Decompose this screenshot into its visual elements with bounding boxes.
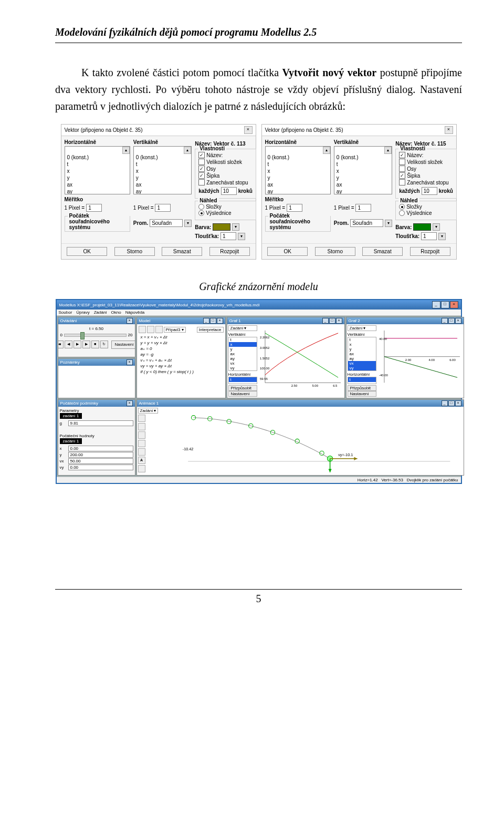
minimize-icon[interactable]: _	[203, 318, 209, 324]
vert-listbox[interactable]: ▴ 0 (konst.) t x y ax ay vx vy	[334, 146, 392, 194]
prom-input-v[interactable]: Souřadn	[150, 219, 183, 227]
rozpojit-button[interactable]: Rozpojit	[209, 247, 250, 256]
minimize-icon[interactable]: _	[442, 318, 448, 324]
scroll-up-icon[interactable]: ▴	[323, 147, 330, 154]
particle-icon[interactable]	[138, 423, 145, 430]
step-back-icon[interactable]: ◀	[65, 341, 72, 348]
opt-y[interactable]: y	[134, 174, 191, 181]
dropdown-icon[interactable]: ▾	[232, 223, 239, 231]
check-nazev[interactable]: ✓	[198, 152, 205, 158]
smazat-button[interactable]: Smazat	[362, 247, 403, 256]
loop-icon[interactable]: ↻	[100, 341, 108, 348]
pixel-input-v[interactable]: 1	[155, 204, 171, 212]
poznamky-body[interactable]	[58, 366, 135, 398]
check-velikosti[interactable]	[198, 159, 205, 165]
radio-vyslednice[interactable]	[399, 210, 405, 216]
nastaveni-button[interactable]: Nastavení	[348, 391, 376, 397]
close-icon[interactable]: ×	[445, 126, 453, 134]
maximize-icon[interactable]: □	[329, 318, 335, 324]
dropdown-icon[interactable]: ▾	[385, 220, 392, 227]
close-icon[interactable]: ×	[450, 301, 458, 308]
color-swatch[interactable]	[213, 223, 230, 231]
kazdych-input[interactable]: 10	[422, 187, 437, 195]
dropdown-icon[interactable]: ▾	[184, 220, 192, 227]
smazat-button[interactable]: Smazat	[162, 247, 202, 256]
zadani-dropdown[interactable]: Zadání▾	[348, 325, 376, 331]
check-zanechavat[interactable]	[399, 179, 405, 185]
stop-icon[interactable]: ■	[91, 341, 99, 348]
opt-0konst[interactable]: 0 (konst.)	[266, 154, 330, 161]
menu-napoveda[interactable]: Nápověda	[125, 310, 144, 315]
opt-ay[interactable]: ay	[134, 188, 191, 194]
app-menubar[interactable]: Soubor Úpravy Zadání Okno Nápověda	[57, 310, 461, 316]
save-icon[interactable]	[155, 326, 163, 333]
pointer-icon[interactable]	[138, 415, 145, 422]
scroll-up-icon[interactable]: ▴	[122, 147, 130, 154]
opt-t[interactable]: t	[334, 161, 392, 168]
pixel-input-v[interactable]: 1	[355, 204, 371, 212]
ruler-icon[interactable]	[138, 448, 145, 456]
storno-button[interactable]: Storno	[315, 247, 355, 256]
radio-vyslednice[interactable]	[198, 210, 204, 216]
menu-zadani[interactable]: Zadání	[94, 310, 107, 315]
close-icon[interactable]: ×	[336, 318, 342, 324]
dropdown-icon[interactable]: ▾	[238, 233, 245, 240]
time-slider[interactable]	[64, 334, 127, 337]
check-osy[interactable]: ✓	[198, 166, 205, 172]
opt-t[interactable]: t	[65, 161, 130, 168]
close-icon[interactable]: ×	[244, 126, 253, 134]
opt-x[interactable]: x	[65, 168, 130, 174]
close-icon[interactable]: ×	[127, 400, 133, 406]
check-velikosti[interactable]	[399, 159, 405, 165]
ok-button[interactable]: OK	[67, 247, 107, 256]
nastaveni-button[interactable]: Nastavení	[228, 391, 257, 397]
prizpusobit-button[interactable]: Přizpůsobit	[348, 385, 376, 391]
vx-input[interactable]: 50.00	[68, 458, 133, 464]
close-icon[interactable]: ×	[455, 400, 461, 406]
opt-ax[interactable]: ax	[334, 181, 392, 188]
opt-0konst[interactable]: 0 (konst.)	[134, 154, 191, 161]
minimize-icon[interactable]: _	[432, 301, 440, 308]
opt-x[interactable]: x	[134, 168, 191, 174]
rewind-icon[interactable]: ⏮	[58, 341, 64, 348]
horiz-listbox[interactable]: ▴ 0 (konst.) t x y ax ay vx vy	[265, 146, 331, 194]
opt-0konst[interactable]: 0 (konst.)	[65, 154, 130, 161]
rozpojit-button[interactable]: Rozpojit	[410, 247, 450, 256]
zadani-tab2[interactable]: zadání 1	[60, 438, 82, 444]
close-icon[interactable]: ×	[455, 318, 461, 324]
nastaveni-button[interactable]: Nastavení	[111, 341, 135, 349]
pixel-input-h[interactable]: 1	[287, 204, 302, 212]
step-fwd-icon[interactable]: ▶	[82, 341, 90, 348]
tloustka-input[interactable]: 1	[421, 232, 437, 240]
tloustka-input[interactable]: 1	[220, 232, 236, 240]
prizpusobit-button[interactable]: Přizpůsobit	[228, 385, 257, 391]
graf2-vert-listbox[interactable]: txy axay vx vy	[348, 337, 376, 371]
radio-slozky[interactable]	[198, 204, 204, 210]
check-sipka[interactable]: ✓	[198, 172, 205, 179]
opt-y[interactable]: y	[65, 174, 130, 181]
zadani-dropdown[interactable]: Zadání▾	[228, 325, 257, 331]
g-input[interactable]: 9.81	[68, 420, 133, 426]
prom-input-v[interactable]: Souřadn	[350, 219, 383, 227]
close-icon[interactable]: ×	[127, 318, 133, 324]
scroll-up-icon[interactable]: ▴	[184, 147, 191, 154]
graf2-horiz-listbox[interactable]: t	[348, 377, 376, 384]
check-osy[interactable]	[399, 166, 405, 172]
opt-ay[interactable]: ay	[266, 188, 330, 194]
vert-listbox[interactable]: ▴ 0 (konst.) t x y ax ay vx vy	[133, 146, 192, 194]
vector-icon[interactable]	[138, 431, 145, 439]
close-icon[interactable]: ×	[217, 318, 223, 324]
open-icon[interactable]	[147, 326, 154, 333]
menu-upravy[interactable]: Úpravy	[76, 310, 89, 315]
opt-ax[interactable]: ax	[134, 181, 191, 188]
x-input[interactable]: 0.00	[68, 446, 133, 451]
storno-button[interactable]: Storno	[114, 247, 155, 256]
graf1-vert-listbox[interactable]: tx yaxay vxvy	[228, 337, 257, 371]
minimize-icon[interactable]: _	[442, 400, 448, 406]
opt-0konst[interactable]: 0 (konst.)	[334, 154, 392, 161]
opt-t[interactable]: t	[134, 161, 191, 168]
opt-t[interactable]: t	[266, 161, 330, 168]
menu-okno[interactable]: Okno	[111, 310, 121, 315]
maximize-icon[interactable]: □	[448, 318, 455, 324]
check-sipka[interactable]: ✓	[399, 172, 405, 179]
